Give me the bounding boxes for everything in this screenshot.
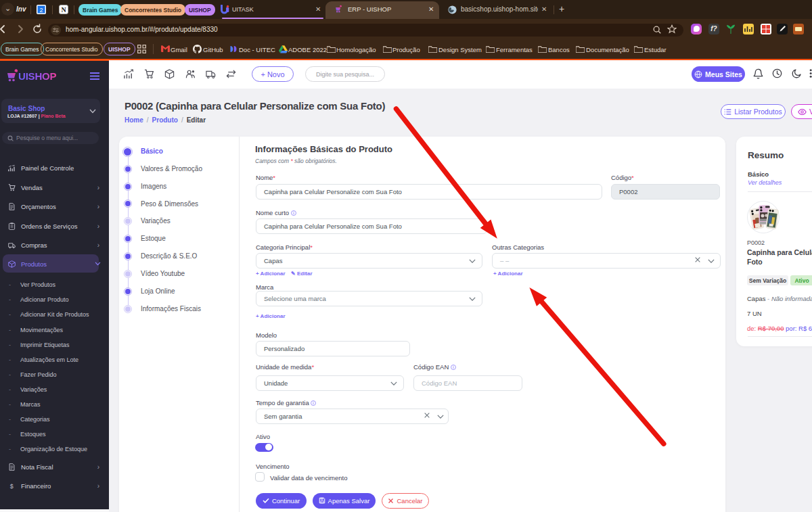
svg-text:$: $ (10, 482, 14, 489)
svg-text:N: N (61, 6, 66, 14)
svg-text:2: 2 (39, 7, 43, 14)
